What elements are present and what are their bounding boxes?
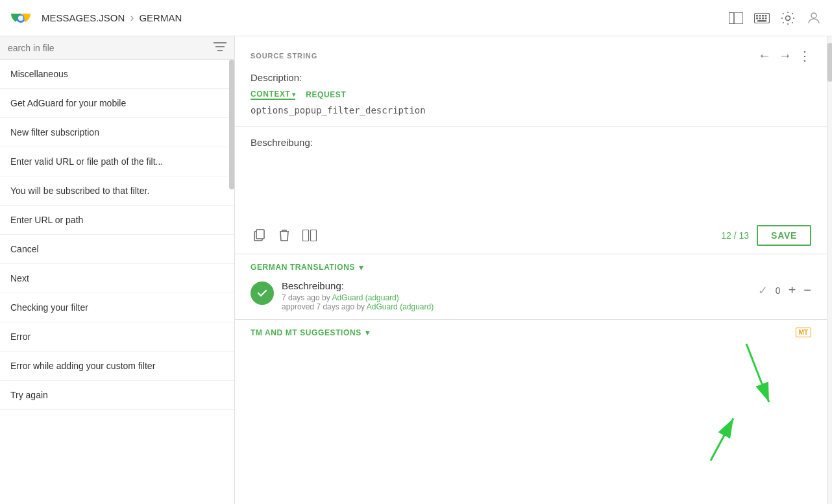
sidebar-item[interactable]: Enter URL or path: [0, 206, 234, 235]
svg-rect-24: [311, 230, 317, 241]
svg-rect-22: [256, 230, 264, 239]
search-input[interactable]: [8, 43, 214, 53]
chrome-logo-icon: [10, 8, 31, 29]
header: MESSAGES.JSON › GERMAN: [0, 0, 832, 36]
entry-content: Beschreibung: 7 days ago by AdGuard (adg…: [282, 280, 750, 311]
vote-plus-button[interactable]: +: [789, 283, 796, 298]
entry-author2-link[interactable]: AdGuard (adguard): [367, 302, 434, 311]
split-button[interactable]: [300, 227, 319, 244]
main-layout: MiscellaneousGet AdGuard for your mobile…: [0, 36, 832, 504]
source-string-title: SOURCE STRING: [251, 52, 317, 60]
svg-rect-13: [762, 18, 764, 19]
save-button[interactable]: SAVE: [757, 225, 811, 246]
sidebar-search-bar: [0, 36, 234, 60]
svg-rect-23: [303, 230, 309, 241]
svg-rect-14: [765, 18, 767, 19]
approved-badge: [251, 282, 274, 305]
translation-panel: Beschreibung:: [235, 126, 827, 254]
main-area: SOURCE STRING ← → ⋮ Description: CONTEXT…: [235, 36, 832, 504]
vote-minus-button[interactable]: −: [803, 283, 811, 298]
translation-actions: 12 / 13 SAVE: [251, 220, 811, 248]
source-string-panel: SOURCE STRING ← → ⋮ Description: CONTEXT…: [235, 36, 827, 126]
source-tabs: CONTEXT ▾ REQUEST: [251, 90, 811, 100]
svg-rect-12: [759, 18, 761, 19]
sidebar-item[interactable]: Try again: [0, 381, 234, 410]
source-description-label: Description:: [251, 72, 811, 83]
main-scrollbar-thumb[interactable]: [827, 43, 832, 82]
sidebar-item[interactable]: Next: [0, 264, 234, 293]
tab-request[interactable]: REQUEST: [306, 90, 346, 99]
sidebar-item[interactable]: Get AdGuard for your mobile: [0, 89, 234, 118]
settings-icon[interactable]: [780, 10, 796, 26]
keyboard-icon[interactable]: [754, 10, 770, 26]
copy-source-button[interactable]: [251, 226, 269, 245]
german-translations-title[interactable]: GERMAN TRANSLATIONS: [251, 263, 355, 272]
header-icons: [728, 10, 822, 26]
nav-prev-button[interactable]: ←: [757, 47, 772, 64]
breadcrumb-separator: ›: [130, 11, 134, 25]
svg-point-17: [811, 13, 816, 18]
translation-textarea[interactable]: [251, 153, 811, 218]
context-dropdown-icon: ▾: [292, 91, 296, 98]
sidebar-item[interactable]: Error while adding your custom filter: [0, 352, 234, 381]
svg-point-3: [18, 16, 23, 21]
entry-text: Beschreibung:: [282, 280, 750, 291]
sidebar-toggle-icon[interactable]: [728, 10, 744, 26]
translation-entry: Beschreibung: 7 days ago by AdGuard (adg…: [251, 280, 811, 311]
source-key: options_popup_filter_description: [251, 105, 811, 115]
entry-author1-link[interactable]: AdGuard (adguard): [332, 293, 398, 302]
vote-count: 0: [776, 285, 781, 296]
sidebar-scrollbar-thumb[interactable]: [229, 60, 234, 189]
svg-rect-7: [756, 15, 758, 17]
svg-rect-15: [757, 20, 766, 22]
svg-point-16: [786, 16, 790, 20]
svg-rect-4: [729, 12, 734, 24]
entry-vote-controls: ✓ 0 + −: [758, 283, 811, 298]
svg-rect-9: [762, 15, 764, 17]
breadcrumb-messages-json[interactable]: MESSAGES.JSON: [42, 12, 125, 23]
svg-rect-10: [765, 15, 767, 17]
user-avatar-icon[interactable]: [806, 10, 822, 26]
delete-button[interactable]: [276, 226, 292, 245]
breadcrumb: MESSAGES.JSON › GERMAN: [10, 8, 728, 29]
entry-meta-line1: 7 days ago by AdGuard (adguard): [282, 293, 750, 302]
char-count: 12 / 13: [721, 230, 749, 241]
sidebar-item[interactable]: Cancel: [0, 235, 234, 264]
sidebar: MiscellaneousGet AdGuard for your mobile…: [0, 36, 235, 504]
breadcrumb-german[interactable]: GERMAN: [139, 12, 182, 23]
sidebar-item[interactable]: Miscellaneous: [0, 60, 234, 89]
tm-section-header: TM AND MT SUGGESTIONS ▾ MT: [251, 328, 811, 337]
main-scrollbar-track[interactable]: [827, 36, 832, 504]
german-section-header: GERMAN TRANSLATIONS ▾: [251, 262, 811, 272]
german-translations-section: GERMAN TRANSLATIONS ▾ Beschreibung: 7 da…: [235, 254, 827, 320]
sidebar-item[interactable]: Enter valid URL or file path of the filt…: [0, 147, 234, 176]
german-dropdown-icon[interactable]: ▾: [359, 262, 363, 272]
sidebar-item[interactable]: New filter subscription: [0, 118, 234, 147]
sidebar-item[interactable]: You will be subscribed to that filter.: [0, 176, 234, 206]
nav-more-icon[interactable]: ⋮: [798, 48, 811, 64]
main-content: SOURCE STRING ← → ⋮ Description: CONTEXT…: [235, 36, 827, 504]
mt-badge: MT: [796, 328, 811, 337]
svg-rect-5: [729, 12, 743, 24]
svg-rect-8: [759, 15, 761, 17]
tm-suggestions-title[interactable]: TM AND MT SUGGESTIONS ▾: [251, 328, 369, 337]
source-panel-header: SOURCE STRING ← → ⋮: [251, 47, 811, 64]
vote-check-icon[interactable]: ✓: [758, 283, 768, 298]
tm-suggestions-section: TM AND MT SUGGESTIONS ▾ MT: [235, 320, 827, 345]
sidebar-scrollbar-track[interactable]: [229, 60, 234, 504]
sidebar-item[interactable]: Error: [0, 322, 234, 352]
tab-context[interactable]: CONTEXT ▾: [251, 90, 295, 100]
sidebar-list: MiscellaneousGet AdGuard for your mobile…: [0, 60, 234, 504]
filter-icon[interactable]: [214, 42, 226, 54]
sidebar-item[interactable]: Checking your filter: [0, 293, 234, 322]
tm-dropdown-icon: ▾: [365, 328, 370, 337]
svg-rect-11: [756, 18, 758, 19]
save-area: 12 / 13 SAVE: [721, 225, 811, 246]
entry-meta-line2: approved 7 days ago by AdGuard (adguard): [282, 302, 750, 311]
source-panel-nav: ← → ⋮: [757, 47, 811, 64]
translation-icons: [251, 226, 319, 245]
nav-next-button[interactable]: →: [777, 47, 793, 64]
translation-label: Beschreibung:: [251, 137, 811, 148]
